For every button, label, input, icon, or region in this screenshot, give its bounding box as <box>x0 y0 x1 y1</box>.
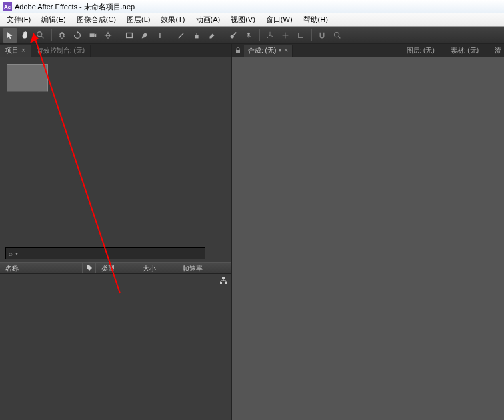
svg-rect-11 <box>127 33 133 37</box>
chevron-down-icon[interactable]: ▾ <box>279 45 281 57</box>
svg-point-6 <box>107 35 109 36</box>
rotation-tool[interactable] <box>70 28 85 43</box>
column-framerate[interactable]: 帧速率 <box>177 263 208 273</box>
toolbar: T <box>0 27 504 44</box>
puppet-tool[interactable] <box>241 28 256 43</box>
lock-icon[interactable] <box>232 47 244 55</box>
local-axis-tool[interactable] <box>263 28 277 43</box>
pan-behind-tool[interactable] <box>101 28 115 43</box>
menu-edit[interactable]: 编辑(E) <box>36 15 71 25</box>
project-search-input[interactable]: ⌕ ▾ <box>5 247 205 259</box>
footage-viewer-label[interactable]: 素材: (无) <box>443 46 487 55</box>
clone-stamp-tool[interactable] <box>189 28 204 43</box>
column-type[interactable]: 类型 <box>96 263 137 273</box>
composition-viewer[interactable] <box>232 57 504 420</box>
asset-list[interactable] <box>0 274 231 420</box>
rectangle-tool[interactable] <box>122 28 137 43</box>
orbit-tool[interactable] <box>55 28 69 43</box>
svg-text:T: T <box>158 31 163 39</box>
right-panel-tabs: 合成: (无) ▾ × 图层: (无) 素材: (无) 流 <box>232 44 504 57</box>
snapping-tool[interactable] <box>315 28 329 43</box>
pen-tool[interactable] <box>137 28 152 43</box>
menu-view[interactable]: 视图(V) <box>225 15 261 25</box>
svg-rect-35 <box>236 50 240 53</box>
svg-line-21 <box>270 35 273 37</box>
search-icon: ⌕ <box>9 250 13 257</box>
menu-effect[interactable]: 效果(T) <box>155 15 190 25</box>
flowchart-icon[interactable] <box>219 277 227 286</box>
zoom-tool[interactable] <box>33 28 48 43</box>
tab-project[interactable]: 项目 × <box>0 45 31 57</box>
search-help-tool[interactable] <box>330 28 345 43</box>
left-panel-tabs: 项目 × 特效控制台: (无) <box>0 44 231 57</box>
svg-rect-28 <box>222 277 225 279</box>
toolbar-separator <box>259 29 260 41</box>
hand-tool[interactable] <box>18 28 33 43</box>
roto-brush-tool[interactable] <box>226 28 241 43</box>
composition-panel: 合成: (无) ▾ × 图层: (无) 素材: (无) 流 <box>232 44 504 420</box>
camera-tool[interactable] <box>85 28 100 43</box>
toolbar-separator <box>223 29 223 41</box>
text-tool[interactable]: T <box>153 28 167 43</box>
svg-line-27 <box>339 36 341 38</box>
menu-animation[interactable]: 动画(A) <box>191 15 226 25</box>
menu-help[interactable]: 帮助(H) <box>298 15 333 25</box>
main-area: 项目 × 特效控制台: (无) ⌕ ▾ 名称 <box>0 44 504 420</box>
column-size[interactable]: 大小 <box>137 263 177 273</box>
tab-composition-label: 合成: (无) <box>248 45 276 57</box>
tab-composition[interactable]: 合成: (无) ▾ × <box>244 45 293 57</box>
thumbnail-area <box>0 57 231 99</box>
project-panel: 项目 × 特效控制台: (无) ⌕ ▾ 名称 <box>0 44 232 420</box>
tag-icon <box>86 265 93 271</box>
toolbar-separator <box>51 29 52 41</box>
toolbar-separator <box>171 29 171 41</box>
column-label[interactable] <box>83 263 96 273</box>
close-icon[interactable]: × <box>21 45 25 57</box>
search-row: ⌕ ▾ <box>0 245 231 262</box>
brush-tool[interactable] <box>174 28 189 43</box>
toolbar-separator <box>119 29 119 41</box>
world-axis-tool[interactable] <box>278 28 293 43</box>
flowchart-label[interactable]: 流 <box>487 46 504 55</box>
menu-composition[interactable]: 图像合成(C) <box>71 15 121 25</box>
svg-rect-30 <box>225 282 227 284</box>
view-axis-tool[interactable] <box>293 28 308 43</box>
column-name[interactable]: 名称 <box>0 263 83 273</box>
tab-effect-controls-label: 特效控制台: (无) <box>37 45 85 57</box>
asset-thumbnail[interactable] <box>7 64 48 92</box>
project-column-headers: 名称 类型 大小 帧速率 <box>0 262 231 274</box>
close-icon[interactable]: × <box>284 45 288 57</box>
window-title: Adobe After Effects - 未命名项目.aep <box>15 2 135 12</box>
selection-tool[interactable] <box>3 28 17 43</box>
menu-layer[interactable]: 图层(L) <box>121 15 155 25</box>
svg-line-15 <box>233 32 236 35</box>
svg-line-1 <box>41 35 44 38</box>
menu-file[interactable]: 文件(F) <box>1 15 36 25</box>
svg-point-0 <box>37 31 42 36</box>
toolbar-separator <box>311 29 312 41</box>
svg-rect-25 <box>299 33 303 37</box>
svg-rect-29 <box>220 282 222 284</box>
svg-rect-4 <box>90 33 95 37</box>
svg-line-20 <box>267 35 270 38</box>
svg-point-16 <box>247 32 250 35</box>
titlebar: Ae Adobe After Effects - 未命名项目.aep <box>0 0 504 13</box>
svg-point-26 <box>335 32 339 37</box>
menu-window[interactable]: 窗口(W) <box>261 15 298 25</box>
layer-viewer-label[interactable]: 图层: (无) <box>399 46 443 55</box>
eraser-tool[interactable] <box>205 28 219 43</box>
tab-project-label: 项目 <box>5 45 19 57</box>
menubar: 文件(F) 编辑(E) 图像合成(C) 图层(L) 效果(T) 动画(A) 视图… <box>0 13 504 27</box>
tab-effect-controls[interactable]: 特效控制台: (无) <box>31 45 91 57</box>
svg-rect-13 <box>195 35 198 38</box>
chevron-down-icon[interactable]: ▾ <box>15 251 18 257</box>
project-body: ⌕ ▾ 名称 类型 大小 帧速率 <box>0 57 231 420</box>
app-icon: Ae <box>3 2 12 11</box>
